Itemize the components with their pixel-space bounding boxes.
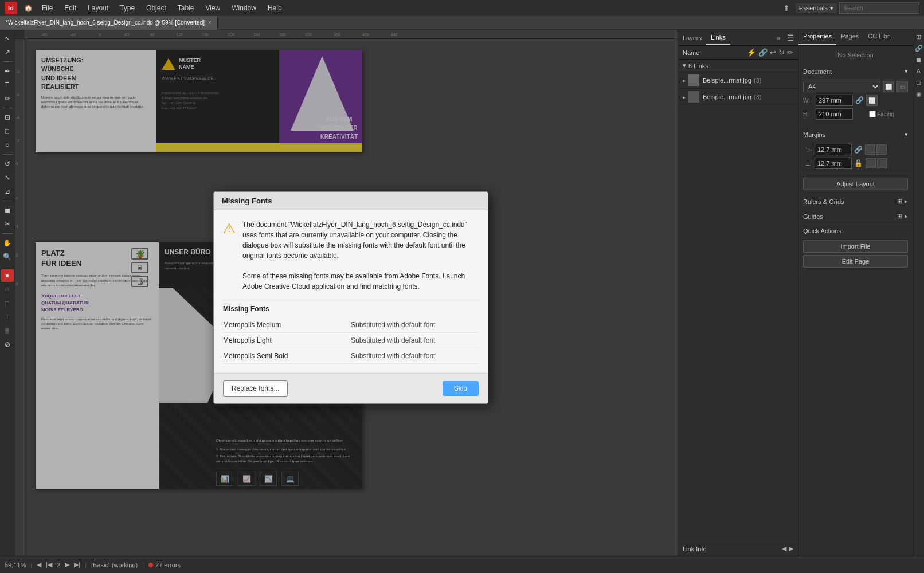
document-tab[interactable]: *WickelfalzFlyer_DIN_lang_hoch_6 seitig_… (0, 16, 218, 30)
svg-text:0: 0 (16, 162, 18, 166)
menu-help[interactable]: Help (263, 3, 287, 13)
links-prev-icon[interactable]: ↩ (770, 48, 776, 57)
quick-actions-section[interactable]: Quick Actions (798, 224, 913, 238)
height-input[interactable]: 210 mm (816, 108, 853, 120)
doc-size-icon-2[interactable]: ▭ (896, 81, 908, 92)
svg-text:320: 320 (305, 33, 312, 37)
links-link-icon[interactable]: 🔗 (758, 48, 768, 57)
menu-object[interactable]: Object (142, 3, 171, 13)
tool-rect[interactable]: □ (1, 125, 14, 138)
panel-menu-icon[interactable]: ☰ (784, 31, 798, 45)
properties-tab[interactable]: Properties (798, 30, 836, 45)
tool-fill[interactable]: ■ (1, 269, 14, 282)
tool-type[interactable]: T (1, 79, 14, 91)
panel-icon-3[interactable]: ◼ (914, 55, 923, 64)
chain-link-icon[interactable]: 🔗 (855, 96, 864, 104)
link-expand-arrow[interactable]: ▾ (683, 62, 686, 69)
document-section-title[interactable]: Document ▾ (798, 64, 913, 79)
search-input[interactable] (839, 2, 919, 14)
tool-apply-none[interactable]: ⊘ (1, 338, 14, 351)
menu-file[interactable]: File (37, 3, 57, 13)
rulers-arrow[interactable]: ▸ (905, 198, 908, 205)
menu-table[interactable]: Table (173, 3, 199, 13)
svg-text:240: 240 (253, 33, 260, 37)
essentials-dropdown[interactable]: Essentials ▾ (796, 3, 837, 13)
layers-tab[interactable]: Layers (678, 32, 706, 44)
tool-stroke[interactable]: □ (1, 283, 14, 296)
tool-ellipse[interactable]: ○ (1, 139, 14, 151)
pages-tab[interactable]: Pages (836, 30, 863, 45)
tool-rect-frame[interactable]: ⊡ (1, 111, 14, 124)
skip-button[interactable]: Skip (443, 381, 479, 396)
canvas-content[interactable]: UMSETZUNG:WÜNSCHEUND IDEENREALISIERT Uic… (24, 39, 678, 556)
tool-pen[interactable]: ✒ (1, 65, 14, 77)
facing-checkbox[interactable] (869, 111, 876, 117)
tool-gradient[interactable]: ◼ (1, 204, 14, 217)
page-prev-btn[interactable]: ◀ (37, 561, 41, 568)
share-icon[interactable]: ⬆ (780, 3, 793, 13)
links-goto-icon[interactable]: ✏ (787, 48, 793, 57)
tool-pencil[interactable]: ✏ (1, 92, 14, 105)
tab-bar: *WickelfalzFlyer_DIN_lang_hoch_6 seitig_… (0, 16, 924, 30)
margins-section-title[interactable]: Margins ▾ (798, 127, 913, 142)
page-last-btn[interactable]: ▶| (74, 561, 80, 568)
adjust-layout-button[interactable]: Adjust Layout (803, 178, 908, 190)
margin-top-input[interactable]: 12,7 mm (815, 144, 852, 155)
tool-select[interactable]: ↖ (1, 32, 14, 45)
tab-close[interactable]: × (208, 19, 212, 26)
guides-section[interactable]: Guides ⊞ ▸ (798, 209, 913, 223)
page-next-btn[interactable]: ▶ (65, 561, 69, 568)
page-first-btn[interactable]: |◀ (46, 561, 52, 568)
links-relink-icon[interactable]: ⚡ (747, 48, 756, 57)
links-tab[interactable]: Links (706, 31, 730, 45)
panel-icon-4[interactable]: A (914, 66, 923, 76)
rulers-icon[interactable]: ⊞ (897, 198, 902, 205)
svg-text:120: 120 (176, 33, 183, 37)
panel-icon-2[interactable]: 🔗 (914, 44, 923, 53)
tool-direct-select[interactable]: ↗ (1, 46, 14, 58)
guides-arrow[interactable]: ▸ (905, 213, 908, 220)
links-col-name: Name (683, 49, 747, 56)
tool-shear[interactable]: ⊿ (1, 185, 14, 198)
guides-icon[interactable]: ⊞ (897, 213, 902, 220)
margin-bottom-input[interactable]: 12,7 mm (815, 158, 852, 169)
doc-size-dropdown[interactable]: A4 (803, 81, 880, 92)
link-item-1[interactable]: ▸ Beispie...rmat.jpg (3) (678, 72, 798, 89)
zoom-level: 59,11% (5, 562, 26, 568)
doc-size-icon-1[interactable]: ⬜ (883, 81, 894, 92)
tool-rotate[interactable]: ↺ (1, 158, 14, 170)
rulers-grids-section[interactable]: Rulers & Grids ⊞ ▸ (798, 194, 913, 209)
link-info-prev[interactable]: ◀ (782, 545, 786, 552)
link-item-2[interactable]: ▸ Beispie...rmat.jpg (3) (678, 89, 798, 105)
menu-window[interactable]: Window (227, 3, 261, 13)
tool-text-container[interactable]: T (1, 311, 14, 323)
menu-layout[interactable]: Layout (83, 3, 113, 13)
edit-page-button[interactable]: Edit Page (803, 255, 908, 268)
panel-icon-1[interactable]: ⊞ (914, 32, 923, 41)
menu-type[interactable]: Type (115, 3, 139, 13)
tool-container[interactable]: ⬚ (1, 297, 14, 309)
width-input[interactable]: 297 mm (816, 95, 853, 106)
panel-icon-5[interactable]: ⊟ (914, 78, 923, 87)
menu-edit[interactable]: Edit (60, 3, 81, 13)
orientation-icon-1[interactable]: ⬜ (866, 95, 878, 106)
svg-text:160: 160 (202, 33, 209, 37)
cc-libraries-tab[interactable]: CC Libr... (863, 30, 899, 45)
tool-gradient-fill[interactable]: ▒ (1, 324, 14, 337)
svg-text:8: 8 (16, 282, 18, 286)
tool-scale[interactable]: ⤡ (1, 171, 14, 184)
panel-expand-icon[interactable]: » (773, 32, 784, 44)
panel-icon-6[interactable]: ◉ (914, 89, 923, 99)
link-info-next[interactable]: ▶ (789, 545, 793, 552)
menu-view[interactable]: View (201, 3, 225, 13)
margin-top-icon: ⊤ (803, 147, 812, 153)
links-update-icon[interactable]: ↻ (778, 48, 785, 57)
menu-home[interactable]: 🏠 (22, 3, 35, 13)
import-file-button[interactable]: Import File (803, 240, 908, 253)
tool-zoom[interactable]: 🔍 (1, 250, 14, 263)
errors-badge[interactable]: 27 errors (148, 562, 181, 568)
tool-scissors[interactable]: ✂ (1, 218, 14, 230)
tool-hand[interactable]: ✋ (1, 237, 14, 249)
replace-fonts-button[interactable]: Replace fonts... (223, 380, 288, 397)
margin-chain-icon[interactable]: 🔗 (854, 146, 863, 154)
